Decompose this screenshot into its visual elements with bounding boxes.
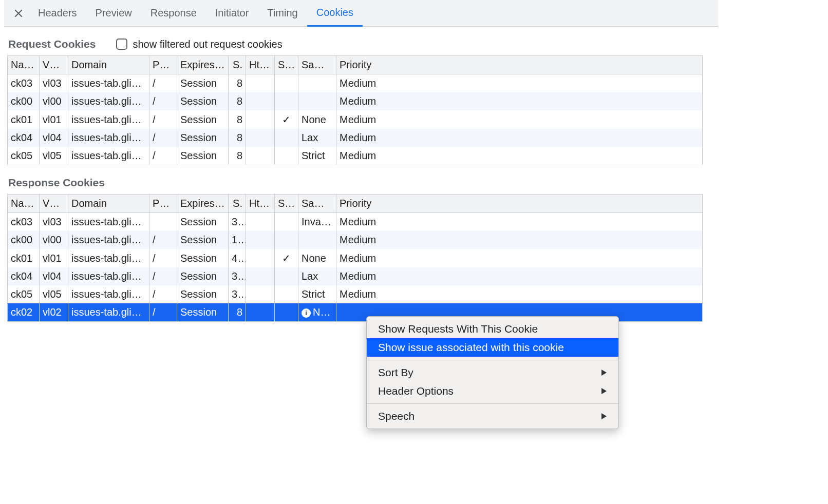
cell-n: ck03 <box>8 74 40 93</box>
menu-item-label: Show Requests With This Cookie <box>378 323 538 335</box>
cell-pr: Medium <box>336 74 703 93</box>
cell-d: issues-tab.gli… <box>68 147 149 165</box>
cell-ss: Lax <box>298 267 336 285</box>
col-header[interactable]: Sa… <box>298 56 336 74</box>
cell-sc: ✓ <box>275 110 298 129</box>
cell-p: / <box>149 285 177 303</box>
cell-s: 8 <box>229 129 246 147</box>
info-icon: i <box>302 308 311 318</box>
cell-n: ck03 <box>8 213 40 231</box>
cell-h <box>246 92 275 110</box>
cell-v: vl03 <box>40 213 68 231</box>
col-header[interactable]: Ht… <box>246 56 275 74</box>
cell-d: issues-tab.gli… <box>68 129 149 147</box>
col-header[interactable]: S… <box>275 56 298 74</box>
col-header[interactable]: Ht… <box>246 195 275 213</box>
tab-headers[interactable]: Headers <box>29 0 86 27</box>
col-header[interactable]: S. <box>229 56 246 74</box>
table-row[interactable]: ck01vl01issues-tab.gli…/Session4..✓NoneM… <box>8 249 703 267</box>
col-header[interactable]: Expires… <box>177 195 229 213</box>
cell-p: / <box>149 249 177 267</box>
table-row[interactable]: ck05vl05issues-tab.gli…/Session8StrictMe… <box>8 147 703 165</box>
cell-pr: Medium <box>336 129 703 147</box>
col-header[interactable]: Domain <box>68 56 149 74</box>
menu-item[interactable]: Speech <box>367 407 618 425</box>
table-row[interactable]: ck00vl00issues-tab.gli…/Session8Medium <box>8 92 703 110</box>
cell-p: / <box>149 267 177 285</box>
col-header[interactable]: Domain <box>68 195 149 213</box>
table-row[interactable]: ck01vl01issues-tab.gli…/Session8✓NoneMed… <box>8 110 703 129</box>
table-row[interactable]: ck04vl04issues-tab.gli…/Session8LaxMediu… <box>8 129 703 147</box>
cell-p: / <box>149 92 177 110</box>
cell-e: Session <box>177 213 229 231</box>
tab-cookies[interactable]: Cookies <box>307 0 363 27</box>
tab-preview[interactable]: Preview <box>86 0 141 27</box>
cell-sc <box>275 231 298 249</box>
cell-pr: Medium <box>336 110 703 129</box>
cell-pr: Medium <box>336 267 703 285</box>
cell-sc <box>275 92 298 110</box>
cell-n: ck00 <box>8 231 40 249</box>
cell-p: / <box>149 129 177 147</box>
cell-h <box>246 147 275 165</box>
table-row[interactable]: ck00vl00issues-tab.gli…/Session1..Medium <box>8 231 703 249</box>
cell-v: vl05 <box>40 285 68 303</box>
col-header[interactable]: Na… <box>8 56 40 74</box>
menu-item[interactable]: Sort By <box>367 363 618 382</box>
cell-h <box>246 267 275 285</box>
col-header[interactable]: Sa… <box>298 195 336 213</box>
col-header[interactable]: S. <box>229 195 246 213</box>
menu-item[interactable]: Header Options <box>367 382 618 400</box>
show-filtered-checkbox[interactable] <box>116 38 127 50</box>
cell-h <box>246 303 275 322</box>
cell-ss: None <box>298 110 336 129</box>
cell-e: Session <box>177 92 229 110</box>
cell-h <box>246 74 275 93</box>
cell-s: 3.. <box>229 213 246 231</box>
cell-h <box>246 110 275 129</box>
col-header[interactable]: V… <box>40 195 68 213</box>
cell-d: issues-tab.gli… <box>68 213 149 231</box>
tab-response[interactable]: Response <box>141 0 206 27</box>
cell-e: Session <box>177 249 229 267</box>
cell-ss <box>298 231 336 249</box>
cell-p: / <box>149 110 177 129</box>
cell-p <box>149 213 177 231</box>
menu-item[interactable]: Show issue associated with this cookie <box>367 338 618 357</box>
cell-v: vl01 <box>40 110 68 129</box>
col-header[interactable]: P… <box>149 195 177 213</box>
close-icon[interactable] <box>8 9 29 17</box>
table-row[interactable]: ck05vl05issues-tab.gli…/Session3..Strict… <box>8 285 703 303</box>
col-header[interactable]: Na… <box>8 195 40 213</box>
menu-item[interactable]: Show Requests With This Cookie <box>367 320 618 338</box>
col-header[interactable]: S… <box>275 195 298 213</box>
cell-h <box>246 249 275 267</box>
table-row[interactable]: ck03vl03issues-tab.gli…/Session8Medium <box>8 74 703 93</box>
cell-p: / <box>149 147 177 165</box>
col-header[interactable]: Expires… <box>177 56 229 74</box>
tab-initiator[interactable]: Initiator <box>206 0 258 27</box>
chevron-right-icon <box>601 413 607 420</box>
cell-ss: iN… <box>298 303 336 322</box>
col-header[interactable]: Priority <box>336 195 703 213</box>
cell-sc <box>275 285 298 303</box>
cell-s: 8 <box>229 74 246 93</box>
tab-bar: HeadersPreviewResponseInitiatorTimingCoo… <box>4 0 718 27</box>
cell-pr: Medium <box>336 285 703 303</box>
tab-timing[interactable]: Timing <box>258 0 307 27</box>
table-row[interactable]: ck04vl04issues-tab.gli…/Session3..LaxMed… <box>8 267 703 285</box>
cell-s: 8 <box>229 110 246 129</box>
cell-pr: Medium <box>336 147 703 165</box>
cell-d: issues-tab.gli… <box>68 110 149 129</box>
cell-pr: Medium <box>336 213 703 231</box>
table-row[interactable]: ck03vl03issues-tab.gli…Session3..Inva…Me… <box>8 213 703 231</box>
cell-s: 3.. <box>229 285 246 303</box>
col-header[interactable]: P… <box>149 56 177 74</box>
context-menu: Show Requests With This CookieShow issue… <box>366 316 619 429</box>
cell-s: 1.. <box>229 231 246 249</box>
cell-n: ck04 <box>8 129 40 147</box>
cell-pr: Medium <box>336 92 703 110</box>
col-header[interactable]: V… <box>40 56 68 74</box>
col-header[interactable]: Priority <box>336 56 703 74</box>
cell-d: issues-tab.gli… <box>68 285 149 303</box>
